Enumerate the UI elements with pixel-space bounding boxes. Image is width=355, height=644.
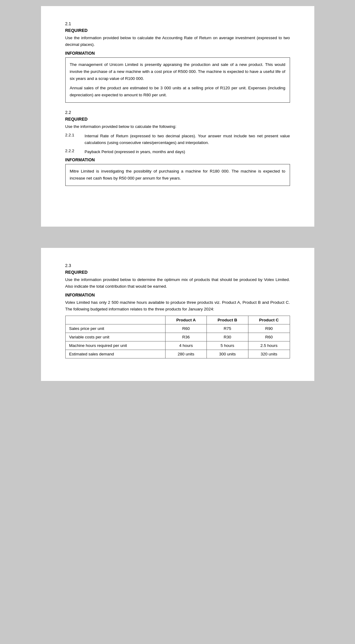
section-2-2-number: 2.2 xyxy=(65,110,290,115)
section-2-3-number: 2.3 xyxy=(65,263,290,268)
page-2: 2.3 REQUIRED Use the information provide… xyxy=(41,248,314,381)
table-cell-product-a: R60 xyxy=(165,324,207,333)
table-cell-product-a: 4 hours xyxy=(165,341,207,350)
table-cell-product-c: 320 units xyxy=(248,350,290,358)
subsection-2-2-2-number: 2.2.2 xyxy=(65,149,80,155)
table-cell-product-b: R30 xyxy=(207,333,248,341)
table-row: Estimated sales demand280 units300 units… xyxy=(65,350,290,358)
section-2-1-info-para1: The management of Unicom Limited is pres… xyxy=(70,61,285,82)
table-header-product-c: Product C xyxy=(248,316,290,324)
section-2-2-info-text: Mitre Limited is investigating the possi… xyxy=(70,168,285,182)
section-2-3: 2.3 REQUIRED Use the information provide… xyxy=(65,263,290,358)
section-2-3-required-text: Use the information provided below to de… xyxy=(65,276,290,289)
section-2-1-number: 2.1 xyxy=(65,21,290,26)
table-cell-label: Sales price per unit xyxy=(65,324,165,333)
subsection-2-2-1-text: Internal Rate of Return (expressed to tw… xyxy=(85,133,290,146)
table-header-empty xyxy=(65,316,165,324)
table-cell-label: Variable costs per unit xyxy=(65,333,165,341)
section-2-1: 2.1 REQUIRED Use the information provide… xyxy=(65,21,290,103)
section-2-1-info-box: The management of Unicom Limited is pres… xyxy=(65,57,290,103)
subsection-2-2-1: 2.2.1 Internal Rate of Return (expressed… xyxy=(65,133,290,146)
table-cell-label: Machine hours required per unit xyxy=(65,341,165,350)
section-2-1-info-para2: Annual sales of the product are estimate… xyxy=(70,85,285,99)
subsection-2-2-2: 2.2.2 Payback Period (expressed in years… xyxy=(65,149,290,155)
section-2-1-info-label: INFORMATION xyxy=(65,51,290,56)
page-1: 2.1 REQUIRED Use the information provide… xyxy=(41,6,314,227)
section-2-3-info-label: INFORMATION xyxy=(65,293,290,297)
subsection-2-2-1-number: 2.2.1 xyxy=(65,133,80,146)
table-header-product-b: Product B xyxy=(207,316,248,324)
section-2-3-info-text: Volex Limited has only 2 500 machine hou… xyxy=(65,299,290,312)
table-header-product-a: Product A xyxy=(165,316,207,324)
section-2-2-required-text: Use the information provided below to ca… xyxy=(65,123,290,130)
section-2-3-required-label: REQUIRED xyxy=(65,270,290,275)
section-2-2-required-label: REQUIRED xyxy=(65,117,290,122)
section-2-2-info-label: INFORMATION xyxy=(65,157,290,162)
product-table: Product A Product B Product C Sales pric… xyxy=(65,316,290,358)
table-cell-product-a: R36 xyxy=(165,333,207,341)
section-2-1-required-label: REQUIRED xyxy=(65,28,290,33)
table-cell-product-c: R60 xyxy=(248,333,290,341)
table-cell-product-b: 300 units xyxy=(207,350,248,358)
table-cell-label: Estimated sales demand xyxy=(65,350,165,358)
table-row: Variable costs per unitR36R30R60 xyxy=(65,333,290,341)
table-row: Sales price per unitR60R75R90 xyxy=(65,324,290,333)
table-cell-product-b: R75 xyxy=(207,324,248,333)
table-cell-product-c: 2.5 hours xyxy=(248,341,290,350)
table-cell-product-c: R90 xyxy=(248,324,290,333)
section-2-2: 2.2 REQUIRED Use the information provide… xyxy=(65,110,290,186)
table-cell-product-a: 280 units xyxy=(165,350,207,358)
table-cell-product-b: 5 hours xyxy=(207,341,248,350)
section-2-2-info-box: Mitre Limited is investigating the possi… xyxy=(65,164,290,186)
table-row: Machine hours required per unit4 hours5 … xyxy=(65,341,290,350)
table-header-row: Product A Product B Product C xyxy=(65,316,290,324)
section-2-1-required-text: Use the information provided below to ca… xyxy=(65,35,290,48)
subsection-2-2-2-text: Payback Period (expressed in years, mont… xyxy=(85,149,290,155)
